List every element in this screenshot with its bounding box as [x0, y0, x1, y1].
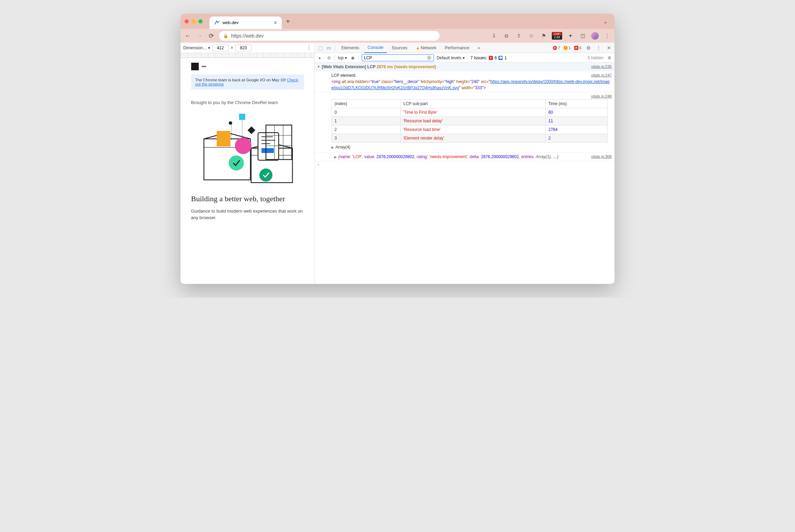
errors-badge[interactable]: ✕7 — [553, 46, 560, 50]
browser-tab[interactable]: web.dev × — [209, 17, 282, 29]
share-icon[interactable]: ⇧ — [515, 33, 523, 39]
new-tab-button[interactable]: + — [286, 18, 290, 25]
tab-console[interactable]: Console — [364, 43, 387, 53]
flag-icon[interactable]: ⚑ — [539, 33, 548, 39]
table-header: LCP sub-part — [401, 100, 546, 108]
lcp-element-html[interactable]: <img alt aria-hidden="true" class="hero_… — [331, 79, 612, 91]
zoom-icon[interactable]: ⊖ — [502, 33, 510, 39]
table-header: (index) — [332, 100, 401, 108]
io-banner: The Chrome team is back at Google I/O on… — [191, 74, 304, 90]
close-devtools-button[interactable]: ✕ — [606, 45, 612, 51]
device-toggle-icon[interactable]: ▭ — [325, 45, 332, 51]
address-field[interactable]: 🔒 https://web.dev — [219, 31, 440, 41]
source-link[interactable]: vitals.js:235 — [591, 64, 612, 70]
table-row: 0'Time to First Byte'80 — [332, 108, 608, 117]
context-select[interactable]: top ▾ — [338, 55, 347, 60]
menu-icon[interactable]: ⋮ — [603, 33, 611, 39]
svg-rect-13 — [261, 148, 274, 153]
table-header: Time (ms) — [546, 100, 608, 108]
tabs-chevron-icon[interactable]: ⌄ — [603, 18, 608, 25]
filter-value: LCP — [364, 55, 372, 60]
console-log-lcp-table: vitals.js:248 (index) LCP sub-part Time … — [315, 92, 615, 153]
table-row: 2'Resource load time'2784 — [332, 125, 608, 134]
devtools-pane: ⬚ ▭ Elements Console Sources ▲ Network P… — [315, 43, 615, 284]
expand-caret-icon[interactable]: ▼ — [317, 64, 320, 69]
url-text: https://web.dev — [231, 33, 264, 39]
close-tab-button[interactable]: × — [274, 20, 277, 26]
extensions-icon[interactable]: ✦ — [566, 33, 575, 39]
source-link[interactable]: vitals.js:247 — [591, 72, 612, 78]
svg-point-20 — [259, 168, 272, 182]
array-expand[interactable]: ▶Array(4) — [331, 144, 612, 150]
hero-illustration — [198, 109, 298, 188]
width-input[interactable] — [212, 44, 229, 51]
page-paragraph: Guidance to build modern web experiences… — [191, 208, 304, 221]
tab-performance[interactable]: Performance — [441, 43, 473, 53]
tab-network[interactable]: ▲ Network — [412, 43, 440, 53]
svg-point-5 — [229, 121, 232, 125]
warnings-badge[interactable]: !1 — [564, 46, 571, 50]
device-toolbar: Dimension… ▾ × ⋮ — [180, 43, 314, 53]
object-preview[interactable]: ▶{name: 'LCP', value: 2876.200000029802,… — [334, 154, 612, 160]
svg-rect-2 — [217, 131, 230, 146]
url-bar: ← → ⟳ 🔒 https://web.dev ⇩ ⊖ ⇧ ☆ ⚑ LCP 2.… — [180, 29, 615, 43]
console-sidebar-toggle[interactable]: ▸ — [317, 55, 323, 60]
back-button[interactable]: ← — [184, 32, 192, 40]
sidepanel-icon[interactable]: ◫ — [579, 33, 587, 39]
window-controls — [185, 19, 203, 23]
page-viewport[interactable]: The Chrome team is back at Google I/O on… — [180, 58, 314, 284]
console-log-lcp-summary[interactable]: ▼ vitals.js:235 [Web Vitals Extension] L… — [315, 63, 615, 71]
source-link[interactable]: vitals.js:308 — [591, 154, 612, 160]
tab-title: web.dev — [223, 20, 239, 25]
source-link[interactable]: vitals.js:248 — [591, 93, 612, 99]
dimension-separator: × — [231, 45, 233, 50]
console-log-lcp-element: vitals.js:247 LCP element: <img alt aria… — [315, 71, 615, 92]
tabs-overflow[interactable]: » — [474, 43, 484, 53]
console-output: ▼ vitals.js:235 [Web Vitals Extension] L… — [315, 63, 615, 284]
table-row: 1'Resource load delay'11 — [332, 117, 608, 125]
devtools-menu-icon[interactable]: ⋮ — [595, 45, 602, 51]
install-icon[interactable]: ⇩ — [490, 33, 498, 39]
minimize-window-button[interactable] — [192, 19, 196, 23]
titlebar: web.dev × + ⌄ — [180, 14, 615, 29]
maximize-window-button[interactable] — [198, 19, 203, 23]
tab-elements[interactable]: Elements — [338, 43, 363, 53]
close-window-button[interactable] — [185, 19, 189, 23]
main-split: Dimension… ▾ × ⋮ The Chrome team is back… — [180, 43, 615, 284]
browser-window: web.dev × + ⌄ ← → ⟳ 🔒 https://web.dev ⇩ … — [180, 14, 615, 284]
lcp-extension-badge[interactable]: LCP 2.88 — [552, 32, 562, 40]
dimensions-select[interactable]: Dimension… ▾ — [183, 45, 210, 50]
height-input[interactable] — [235, 44, 252, 51]
live-expression-icon[interactable]: ◉ — [350, 55, 356, 60]
clear-console-button[interactable]: ⊘ — [326, 55, 332, 60]
clear-filter-button[interactable]: ✕ — [427, 55, 432, 60]
site-logo-icon — [191, 63, 199, 70]
bookmark-icon[interactable]: ☆ — [527, 33, 535, 39]
table-row: 3'Element render delay'2 — [332, 134, 608, 143]
ruler — [180, 53, 314, 58]
brought-by-text: Brought to you by the Chrome DevRel team — [191, 100, 304, 105]
log-levels-select[interactable]: Default levels ▾ — [437, 55, 465, 60]
issues-summary[interactable]: 7 Issues: ✕6 💬1 — [471, 55, 507, 60]
site-logo-dash — [202, 66, 206, 67]
page-heading: Building a better web, together — [191, 194, 304, 204]
console-settings-icon[interactable]: ⚙ — [606, 55, 612, 60]
settings-icon[interactable]: ⚙ — [585, 45, 592, 51]
console-toolbar: ▸ ⊘ top ▾ ◉ LCP ✕ Default levels ▾ 7 Iss… — [315, 53, 615, 63]
console-filter-input[interactable]: LCP ✕ — [362, 54, 434, 61]
forward-button[interactable]: → — [196, 32, 203, 40]
console-prompt[interactable]: › — [315, 161, 615, 168]
tab-favicon-icon — [214, 20, 220, 25]
svg-point-3 — [235, 137, 251, 154]
hidden-count: 5 hidden — [588, 55, 603, 60]
device-toolbar-menu[interactable]: ⋮ — [306, 44, 312, 51]
tab-sources[interactable]: Sources — [388, 43, 411, 53]
reload-button[interactable]: ⟳ — [207, 32, 215, 40]
lcp-badge-label: LCP — [553, 32, 561, 36]
svg-point-19 — [229, 155, 244, 171]
inspect-icon[interactable]: ⬚ — [317, 45, 324, 51]
blocked-badge[interactable]: ✕6 — [574, 46, 581, 50]
profile-avatar[interactable] — [591, 32, 599, 40]
devtools-tabs: ⬚ ▭ Elements Console Sources ▲ Network P… — [315, 43, 615, 53]
console-log-lcp-object: vitals.js:308 ▶{name: 'LCP', value: 2876… — [315, 153, 615, 161]
